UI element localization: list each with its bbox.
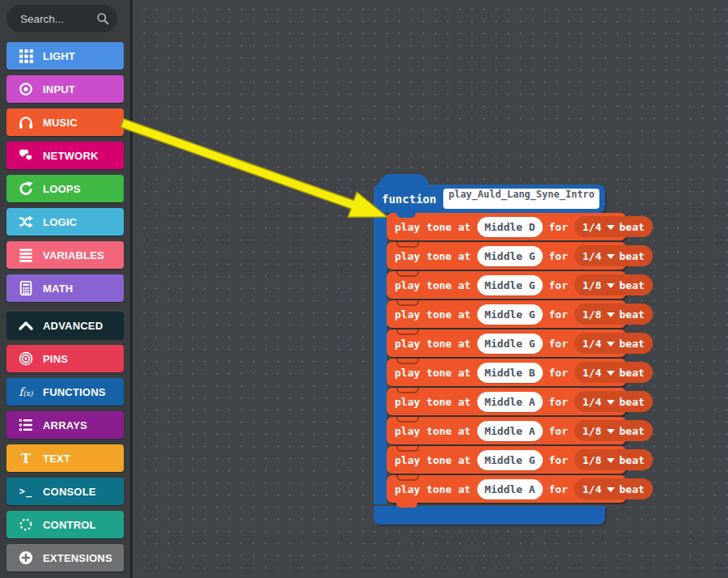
sidebar-item-text[interactable]: T TEXT: [6, 444, 124, 472]
duration-dropdown[interactable]: 1/4 beat: [574, 391, 653, 412]
statements-container: play tone at Middle D for 1/4 beat play …: [387, 213, 626, 504]
play-tone-block[interactable]: play tone at Middle A for 1/8 beat: [387, 417, 626, 444]
repeat-icon: [15, 181, 36, 196]
category-label: ARRAYS: [43, 419, 87, 431]
note-value: Middle G: [485, 308, 535, 321]
sidebar-item-advanced[interactable]: ADVANCED: [6, 312, 124, 339]
block-text-for: for: [549, 367, 568, 379]
sidebar-item-light[interactable]: LIGHT: [6, 42, 124, 70]
sidebar-item-loops[interactable]: LOOPS: [6, 175, 124, 202]
block-text-for: for: [549, 425, 568, 437]
duration-value: 1/4: [582, 396, 601, 408]
sidebar-item-network[interactable]: NETWORK: [6, 142, 124, 169]
play-tone-block[interactable]: play tone at Middle G for 1/4 beat: [387, 242, 626, 270]
note-field[interactable]: Middle A: [477, 392, 543, 412]
note-value: Middle D: [485, 221, 535, 233]
grid-icon: [15, 49, 36, 63]
block-text-play-tone-at: play tone at: [395, 221, 471, 233]
play-tone-block[interactable]: play tone at Middle G for 1/8 beat: [387, 300, 626, 328]
duration-value: 1/4: [582, 250, 601, 262]
beat-label: beat: [620, 367, 645, 379]
duration-value: 1/4: [582, 221, 601, 233]
function-icon: f(x): [15, 385, 36, 398]
duration-value: 1/4: [582, 338, 601, 350]
dropdown-caret-icon: [607, 225, 615, 230]
duration-dropdown[interactable]: 1/4 beat: [574, 333, 653, 354]
note-value: Middle B: [485, 367, 535, 379]
sidebar-item-math[interactable]: MATH: [6, 274, 124, 302]
sidebar-item-console[interactable]: >_ CONSOLE: [6, 478, 124, 505]
function-block[interactable]: function play_Auld_Lang_Syne_Intro play …: [374, 173, 626, 525]
play-tone-block[interactable]: play tone at Middle G for 1/4 beat: [387, 329, 626, 357]
category-label: NETWORK: [43, 150, 99, 162]
duration-dropdown[interactable]: 1/8 beat: [574, 420, 653, 441]
play-tone-block[interactable]: play tone at Middle G for 1/8 beat: [387, 271, 626, 299]
duration-dropdown[interactable]: 1/4 beat: [574, 245, 653, 266]
duration-value: 1/4: [582, 483, 601, 495]
sidebar-item-control[interactable]: CONTROL: [6, 511, 124, 538]
category-label: MUSIC: [43, 117, 78, 129]
duration-value: 1/4: [582, 367, 601, 379]
note-field[interactable]: Middle G: [477, 304, 543, 325]
dropdown-caret-icon: [607, 342, 615, 346]
note-field[interactable]: Middle A: [477, 421, 543, 441]
sidebar-item-variables[interactable]: VARIABLES: [6, 241, 124, 269]
category-label: VARIABLES: [43, 249, 104, 261]
duration-dropdown[interactable]: 1/8 beat: [574, 304, 653, 325]
block-text-for: for: [549, 279, 568, 291]
search-box[interactable]: [6, 5, 117, 32]
category-label: FUNCTIONS: [43, 386, 106, 398]
play-tone-block[interactable]: play tone at Middle A for 1/4 beat: [387, 475, 626, 503]
function-keyword: function: [382, 193, 436, 206]
sidebar-item-functions[interactable]: f(x) FUNCTIONS: [6, 378, 124, 406]
dropdown-caret-icon: [607, 429, 615, 434]
sidebar-item-music[interactable]: MUSIC: [6, 108, 124, 136]
note-field[interactable]: Middle G: [477, 450, 543, 470]
sidebar-item-extensions[interactable]: EXTENSIONS: [6, 544, 124, 572]
calculator-icon: [15, 281, 36, 295]
duration-dropdown[interactable]: 1/8 beat: [574, 449, 653, 470]
target-icon: [15, 351, 36, 366]
block-text-for: for: [549, 250, 568, 262]
note-value: Middle A: [485, 483, 535, 495]
sidebar-item-pins[interactable]: PINS: [6, 345, 124, 372]
category-label: LOOPS: [43, 183, 81, 195]
sidebar-item-arrays[interactable]: ARRAYS: [6, 411, 124, 439]
dropdown-caret-icon: [607, 400, 615, 405]
sidebar-item-input[interactable]: INPUT: [6, 75, 124, 103]
duration-dropdown[interactable]: 1/4 beat: [574, 362, 653, 383]
duration-dropdown[interactable]: 1/8 beat: [574, 274, 653, 295]
dropdown-caret-icon: [607, 312, 615, 317]
category-label: EXTENSIONS: [43, 552, 112, 564]
play-tone-block[interactable]: play tone at Middle B for 1/4 beat: [387, 359, 626, 386]
chevron-up-icon: [15, 320, 36, 331]
function-footer: [374, 506, 605, 525]
play-tone-block[interactable]: play tone at Middle D for 1/4 beat: [387, 213, 626, 240]
note-field[interactable]: Middle A: [477, 479, 543, 499]
play-tone-block[interactable]: play tone at Middle G for 1/8 beat: [387, 446, 626, 474]
note-field[interactable]: Middle G: [477, 275, 543, 295]
category-label: LOGIC: [43, 216, 77, 228]
sidebar-item-logic[interactable]: LOGIC: [6, 208, 124, 236]
note-value: Middle G: [485, 250, 535, 262]
spinner-icon: [15, 517, 36, 532]
note-field[interactable]: Middle B: [477, 363, 543, 383]
dropdown-caret-icon: [607, 487, 615, 492]
block-text-play-tone-at: play tone at: [395, 308, 471, 321]
duration-dropdown[interactable]: 1/4 beat: [574, 478, 653, 499]
plus-icon: [15, 550, 36, 565]
note-value: Middle G: [485, 279, 535, 291]
function-header[interactable]: function play_Auld_Lang_Syne_Intro: [374, 185, 605, 213]
function-name-field[interactable]: play_Auld_Lang_Syne_Intro: [443, 189, 599, 209]
category-label: CONSOLE: [43, 486, 96, 498]
duration-value: 1/8: [582, 279, 601, 291]
note-field[interactable]: Middle D: [477, 217, 543, 237]
beat-label: beat: [620, 396, 645, 408]
note-field[interactable]: Middle G: [477, 334, 543, 354]
note-field[interactable]: Middle G: [477, 246, 543, 266]
dropdown-caret-icon: [607, 254, 615, 259]
beat-label: beat: [620, 279, 645, 291]
search-input[interactable]: [19, 12, 96, 26]
duration-dropdown[interactable]: 1/4 beat: [574, 216, 653, 237]
play-tone-block[interactable]: play tone at Middle A for 1/4 beat: [387, 388, 626, 415]
